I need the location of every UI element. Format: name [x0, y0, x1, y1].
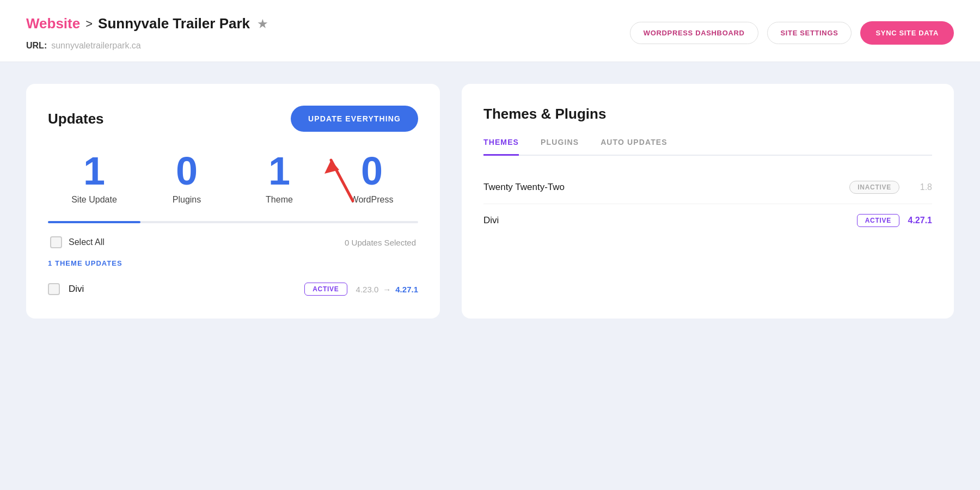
tab-plugins[interactable]: PLUGINS	[541, 138, 579, 156]
url-value: sunnyvaletrailerpark.ca	[51, 41, 141, 51]
stat-theme-number: 1	[233, 151, 326, 191]
header: Website > Sunnyvale Trailer Park ★ URL: …	[0, 0, 980, 62]
select-all-checkbox[interactable]	[50, 236, 62, 248]
url-label: URL:	[26, 41, 47, 51]
main-content: Updates UPDATE EVERYTHING 1 Site Update …	[0, 62, 980, 340]
update-item-checkbox-divi[interactable]	[48, 283, 60, 295]
wordpress-dashboard-button[interactable]: WORDPRESS DASHBOARD	[630, 22, 758, 44]
version-arrow: →	[383, 285, 391, 294]
url-row: URL: sunnyvaletrailerpark.ca	[26, 41, 267, 51]
themes-panel: Themes & Plugins THEMES PLUGINS AUTO UPD…	[462, 84, 954, 318]
theme-version-twenty-twenty-two: 1.8	[899, 182, 932, 192]
progress-bar-fill	[48, 221, 140, 223]
theme-row-divi: Divi ACTIVE 4.27.1	[483, 204, 932, 237]
stat-wordpress-number: 0	[326, 151, 418, 191]
theme-updates-label: 1 THEME UPDATES	[48, 259, 418, 267]
breadcrumb: Website > Sunnyvale Trailer Park ★	[26, 15, 267, 32]
header-left: Website > Sunnyvale Trailer Park ★ URL: …	[26, 15, 267, 51]
progress-bar	[48, 221, 418, 223]
theme-badge-inactive: INACTIVE	[849, 181, 899, 194]
stat-plugins: 0 Plugins	[140, 151, 233, 205]
stat-theme: 1 Theme	[233, 151, 326, 205]
site-settings-button[interactable]: SITE SETTINGS	[767, 22, 852, 44]
breadcrumb-website[interactable]: Website	[26, 15, 80, 32]
stat-theme-label: Theme	[233, 195, 326, 205]
select-all-label: Select All	[69, 237, 105, 247]
updates-panel-title: Updates	[48, 111, 104, 127]
stats-row: 1 Site Update 0 Plugins 1 Theme 0 WordPr…	[48, 151, 418, 205]
stat-site-update-label: Site Update	[48, 195, 140, 205]
header-right: WORDPRESS DASHBOARD SITE SETTINGS SYNC S…	[630, 21, 954, 45]
sync-site-data-button[interactable]: SYNC SITE DATA	[860, 21, 954, 45]
tab-auto-updates[interactable]: AUTO UPDATES	[601, 138, 667, 156]
stat-site-update: 1 Site Update	[48, 151, 140, 205]
select-all-row: Select All 0 Updates Selected	[48, 236, 418, 248]
star-icon[interactable]: ★	[258, 17, 267, 30]
themes-panel-title: Themes & Plugins	[483, 106, 932, 122]
updates-panel: Updates UPDATE EVERYTHING 1 Site Update …	[26, 84, 440, 318]
version-from: 4.23.0	[356, 285, 379, 294]
version-info-divi: 4.23.0 → 4.27.1	[356, 285, 418, 294]
stat-site-update-number: 1	[48, 151, 140, 191]
breadcrumb-site: Sunnyvale Trailer Park	[98, 15, 250, 32]
select-all-left: Select All	[50, 236, 105, 248]
breadcrumb-separator: >	[85, 17, 93, 31]
theme-row-twenty-twenty-two: Twenty Twenty-Two INACTIVE 1.8	[483, 171, 932, 204]
theme-badge-active-divi: ACTIVE	[857, 214, 899, 227]
tabs-row: THEMES PLUGINS AUTO UPDATES	[483, 138, 932, 156]
update-item-divi: Divi ACTIVE 4.23.0 → 4.27.1	[48, 276, 418, 302]
version-to: 4.27.1	[395, 285, 418, 294]
stat-plugins-number: 0	[140, 151, 233, 191]
stat-wordpress-label: WordPress	[326, 195, 418, 205]
theme-name-twenty-twenty-two: Twenty Twenty-Two	[483, 182, 849, 193]
stat-plugins-label: Plugins	[140, 195, 233, 205]
stat-wordpress: 0 WordPress	[326, 151, 418, 205]
update-everything-button[interactable]: UPDATE EVERYTHING	[291, 106, 418, 132]
theme-version-divi: 4.27.1	[899, 216, 932, 225]
updates-selected-count: 0 Updates Selected	[345, 238, 416, 247]
tab-themes[interactable]: THEMES	[483, 138, 519, 156]
update-item-name-divi: Divi	[69, 284, 296, 295]
theme-name-divi: Divi	[483, 215, 857, 226]
update-item-badge-divi: ACTIVE	[304, 283, 347, 296]
updates-panel-header: Updates UPDATE EVERYTHING	[48, 106, 418, 132]
